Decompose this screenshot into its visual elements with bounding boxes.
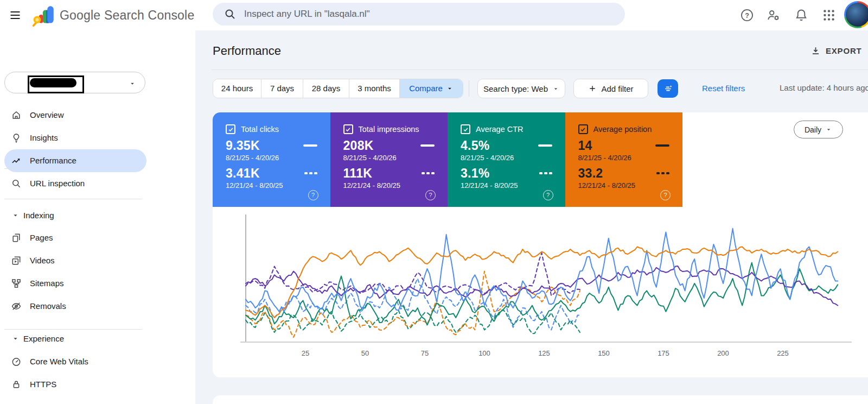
svg-text:100: 100 (478, 349, 490, 357)
download-icon (810, 46, 821, 56)
add-filter-button[interactable]: Add filter (573, 79, 648, 98)
sidebar-item-overview[interactable]: Overview (0, 104, 152, 127)
sidebar-item-https[interactable]: HTTPS (0, 373, 152, 396)
sidebar-section-experience[interactable]: Experience (0, 331, 152, 347)
notifications-bell-icon[interactable] (793, 7, 808, 22)
pages-icon (11, 232, 22, 243)
apps-grid-icon[interactable] (821, 7, 836, 22)
sidebar-item-url-inspection[interactable]: URL inspection (0, 172, 152, 195)
dashed-line-legend-mark (304, 172, 317, 174)
sidebar-section-indexing[interactable]: Indexing (0, 207, 152, 224)
sidebar-item-core-web-vitals[interactable]: Core Web Vitals (0, 350, 152, 373)
chevron-down-icon (825, 126, 832, 133)
search-type-dropdown[interactable]: Search type: Web (477, 79, 565, 98)
dashed-line-legend-mark (539, 172, 552, 174)
metric-current-value: 14 (578, 138, 592, 153)
date-range-tabs: 24 hours 7 days 28 days 3 months Compare (213, 79, 463, 98)
user-avatar[interactable] (844, 1, 868, 28)
export-button[interactable]: EXPORT (807, 45, 865, 56)
google-search-console-app: Overview Insights Performance URL inspec… (0, 0, 868, 404)
sidebar-item-removals[interactable]: Removals (0, 295, 152, 318)
url-inspection-searchbar[interactable]: Inspect any URL in "lasqala.nl" (213, 3, 625, 26)
metric-current-value: 9.35K (226, 138, 260, 153)
eye-off-icon (11, 301, 22, 312)
solid-line-legend-mark (303, 144, 317, 147)
metric-card-average-ctr[interactable]: Average CTR 4.5% 8/21/25 - 4/20/26 3.1% … (448, 112, 565, 207)
home-icon (11, 110, 22, 121)
metric-previous-range: 12/21/24 - 8/20/25 (343, 181, 435, 190)
sidebar-item-pages[interactable]: Pages (0, 226, 152, 249)
metric-current-range: 8/21/25 - 4/20/26 (343, 154, 435, 162)
lock-icon (11, 379, 22, 390)
sidebar-item-sitemaps[interactable]: Sitemaps (0, 272, 152, 295)
svg-text:175: 175 (658, 349, 669, 357)
filter-row-divider (469, 80, 469, 97)
metric-card-average-position[interactable]: Average position 14 8/21/25 - 4/20/26 33… (565, 112, 683, 207)
svg-text:200: 200 (717, 349, 729, 357)
metric-previous-value: 33.2 (578, 166, 603, 181)
manage-account-icon[interactable] (765, 7, 781, 22)
tune-sparkle-icon (662, 83, 674, 94)
last-update-text: Last update: 4 hours ago (780, 83, 868, 92)
metric-current-range: 8/21/25 - 4/20/26 (578, 154, 670, 162)
checkbox-checked-icon[interactable] (343, 124, 353, 134)
metric-previous-value: 3.41K (226, 166, 260, 181)
metric-card-title: Total impressions (359, 125, 419, 134)
help-icon[interactable]: ? (660, 190, 671, 200)
metric-previous-range: 12/21/24 - 8/20/25 (578, 181, 670, 190)
help-icon[interactable]: ? (308, 190, 318, 200)
metric-current-range: 8/21/25 - 4/20/26 (461, 154, 552, 162)
hamburger-menu-icon[interactable] (8, 8, 23, 23)
metric-card-total-clicks[interactable]: Total clicks 9.35K 8/21/25 - 4/20/26 3.4… (213, 112, 330, 207)
help-icon[interactable]: ? (739, 7, 754, 22)
search-icon (224, 8, 237, 21)
granularity-dropdown[interactable]: Daily (794, 121, 843, 138)
chevron-down-icon (129, 80, 136, 87)
help-icon[interactable]: ? (543, 190, 553, 200)
sidebar: Overview Insights Performance URL inspec… (0, 30, 195, 404)
metric-previous-range: 12/21/24 - 8/20/25 (461, 181, 552, 190)
sidebar-item-videos[interactable]: Videos (0, 249, 152, 272)
tab-28-days[interactable]: 28 days (303, 79, 349, 98)
dashed-line-legend-mark (656, 172, 669, 174)
svg-text:?: ? (745, 12, 749, 20)
redacted-property-name (28, 75, 84, 93)
checkbox-checked-icon[interactable] (226, 124, 235, 134)
checkbox-checked-icon[interactable] (461, 124, 470, 134)
filter-tune-button[interactable] (658, 79, 678, 98)
chevron-down-icon (552, 85, 559, 92)
property-selector-dropdown[interactable] (4, 72, 145, 93)
sidebar-divider (4, 199, 142, 199)
solid-line-legend-mark (420, 144, 435, 147)
trending-up-icon (11, 155, 22, 166)
performance-chart-panel: Total clicks 9.35K 8/21/25 - 4/20/26 3.4… (213, 112, 868, 377)
svg-text:25: 25 (302, 349, 309, 357)
tab-3-months[interactable]: 3 months (349, 79, 400, 98)
metric-card-title: Average position (593, 125, 652, 134)
help-icon[interactable]: ? (425, 190, 436, 200)
sidebar-divider (4, 168, 142, 169)
chevron-down-icon (446, 85, 454, 92)
sidebar-item-insights[interactable]: Insights (0, 127, 152, 149)
title-divider (212, 70, 868, 70)
tab-compare[interactable]: Compare (400, 79, 463, 98)
queries-table-panel (213, 395, 868, 404)
tab-24-hours[interactable]: 24 hours (213, 79, 261, 98)
chevron-down-icon (11, 334, 20, 343)
gauge-icon (11, 356, 22, 367)
svg-text:150: 150 (598, 349, 610, 357)
sidebar-divider (4, 329, 142, 330)
solid-line-legend-mark (538, 144, 552, 147)
checkbox-checked-icon[interactable] (578, 124, 588, 134)
metric-card-title: Average CTR (476, 125, 524, 134)
tab-7-days[interactable]: 7 days (261, 79, 303, 98)
svg-text:75: 75 (421, 349, 429, 357)
chevron-down-icon (11, 211, 20, 219)
app-title: Google Search Console (60, 0, 194, 30)
lightbulb-icon (11, 132, 22, 143)
search-placeholder: Inspect any URL in "lasqala.nl" (244, 3, 370, 26)
search-icon (11, 178, 22, 189)
metric-card-total-impressions[interactable]: Total impressions 208K 8/21/25 - 4/20/26… (330, 112, 448, 207)
reset-filters-link[interactable]: Reset filters (699, 83, 748, 93)
plus-icon (588, 84, 597, 93)
